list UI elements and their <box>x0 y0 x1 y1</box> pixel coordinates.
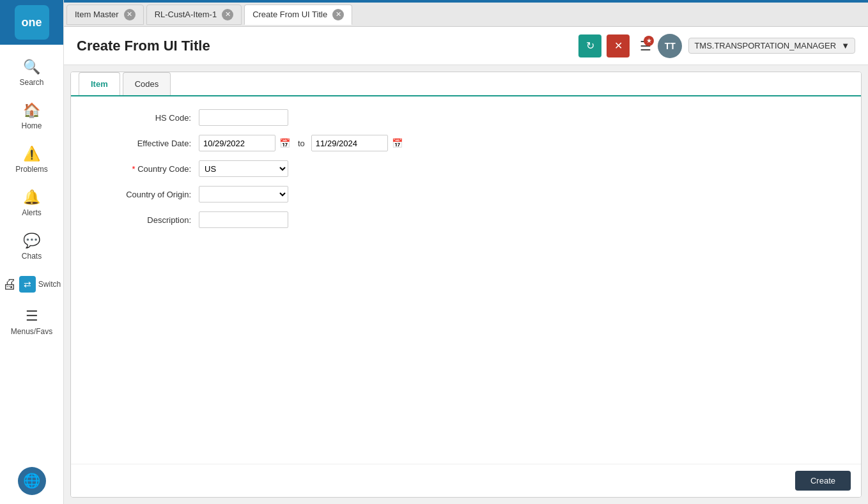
date-group: 📅 to 📅 <box>199 135 404 151</box>
description-label: Description: <box>97 215 199 225</box>
country-of-origin-select[interactable]: US CA MX GB DE FR CN JP <box>199 186 288 202</box>
home-icon: 🏠 <box>23 102 40 119</box>
hs-code-input[interactable] <box>199 109 288 126</box>
calendar-from-button[interactable]: 📅 <box>278 138 291 148</box>
date-to-label: to <box>298 139 305 148</box>
calendar-to-button[interactable]: 📅 <box>391 138 404 148</box>
menus-icon: ☰ <box>26 308 38 325</box>
tab-create-from-ui-close[interactable]: ✕ <box>332 9 344 20</box>
tab-rl-custa-label: RL-CustA-Item-1 <box>155 10 217 19</box>
user-role-label: TMS.TRANSPORTATION_MANAGER <box>694 41 836 50</box>
chats-icon: 💬 <box>23 233 40 249</box>
sidebar-item-problems[interactable]: ⚠️ Problems <box>0 138 63 181</box>
close-icon: ✕ <box>614 40 623 52</box>
sidebar-label-home: Home <box>21 121 42 130</box>
tab-item-master[interactable]: Item Master ✕ <box>66 4 144 25</box>
switch-arrow-button[interactable]: ⇄ <box>19 276 36 293</box>
sidebar-label-switch: Switch <box>38 280 61 289</box>
sidebar-item-menus[interactable]: ☰ Menus/Favs <box>0 300 63 344</box>
sidebar-label-menus: Menus/Favs <box>11 327 52 336</box>
sidebar-label-search: Search <box>19 78 43 87</box>
page-title: Create From UI Title <box>77 38 578 54</box>
refresh-icon: ↻ <box>586 40 594 52</box>
globe-icon[interactable]: 🌐 <box>18 467 46 495</box>
tab-create-from-ui[interactable]: Create From UI Title ✕ <box>244 4 352 25</box>
sidebar-item-search[interactable]: 🔍 Search <box>0 51 63 95</box>
tab-rl-custa[interactable]: RL-CustA-Item-1 ✕ <box>146 4 242 25</box>
tab-item-label: Item <box>91 79 108 89</box>
inner-tabs: Item Codes <box>71 72 861 96</box>
description-row: Description: <box>97 211 835 228</box>
tab-create-from-ui-label: Create From UI Title <box>252 10 327 19</box>
logo-box: one <box>15 5 49 40</box>
sidebar-label-problems: Problems <box>15 165 48 174</box>
sidebar-item-home[interactable]: 🏠 Home <box>0 95 63 138</box>
problems-icon: ⚠️ <box>23 146 40 162</box>
header-actions: ↻ ✕ <box>578 34 630 57</box>
tab-item[interactable]: Item <box>79 72 120 95</box>
country-code-label: Country Code: <box>97 164 199 174</box>
tab-rl-custa-close[interactable]: ✕ <box>222 9 233 20</box>
user-role-selector[interactable]: TMS.TRANSPORTATION_MANAGER ▼ <box>688 38 855 54</box>
app-logo[interactable]: one <box>0 0 63 45</box>
notifications-button[interactable]: ☰ ★ <box>640 38 651 54</box>
hs-code-label: HS Code: <box>97 113 199 123</box>
sidebar-label-alerts: Alerts <box>22 208 42 217</box>
country-of-origin-row: Country of Origin: US CA MX GB DE FR CN … <box>97 186 835 202</box>
form-area: HS Code: Effective Date: 📅 to 📅 Country … <box>71 96 861 464</box>
hs-code-row: HS Code: <box>97 109 835 126</box>
create-button[interactable]: Create <box>795 471 851 491</box>
switch-icon: 🖨 <box>3 276 17 293</box>
content-area: Item Codes HS Code: Effective Date: 📅 to… <box>70 72 862 498</box>
header-bar: Create From UI Title ↻ ✕ ☰ ★ TT TMS.TRAN… <box>64 27 868 65</box>
search-icon: 🔍 <box>23 59 40 75</box>
content-footer: Create <box>71 464 861 497</box>
close-button[interactable]: ✕ <box>607 34 630 57</box>
refresh-button[interactable]: ↻ <box>578 34 601 57</box>
country-of-origin-label: Country of Origin: <box>97 190 199 199</box>
sidebar-item-alerts[interactable]: 🔔 Alerts <box>0 181 63 225</box>
logo-text: one <box>21 16 42 29</box>
avatar: TT <box>658 34 682 58</box>
effective-date-to-input[interactable] <box>311 135 388 151</box>
country-code-row: Country Code: US CA MX GB DE FR CN JP <box>97 160 835 177</box>
tab-codes-label: Codes <box>135 79 159 89</box>
notification-badge: ★ <box>644 36 654 46</box>
tab-item-master-label: Item Master <box>75 10 119 19</box>
tab-codes[interactable]: Codes <box>123 72 171 95</box>
sidebar-item-switch[interactable]: 🖨 ⇄ Switch <box>0 268 63 300</box>
header-right: ☰ ★ TT TMS.TRANSPORTATION_MANAGER ▼ <box>640 34 855 58</box>
sidebar: one 🔍 Search 🏠 Home ⚠️ Problems 🔔 Alerts… <box>0 0 64 504</box>
tab-item-master-close[interactable]: ✕ <box>124 9 136 20</box>
sidebar-label-chats: Chats <box>22 252 42 261</box>
main-area: Item Master ✕ RL-CustA-Item-1 ✕ Create F… <box>64 0 868 504</box>
sidebar-item-chats[interactable]: 💬 Chats <box>0 225 63 268</box>
chevron-down-icon: ▼ <box>841 41 849 50</box>
description-input[interactable] <box>199 211 288 228</box>
effective-date-label: Effective Date: <box>97 139 199 148</box>
effective-date-row: Effective Date: 📅 to 📅 <box>97 135 835 151</box>
alerts-icon: 🔔 <box>23 189 40 206</box>
effective-date-from-input[interactable] <box>199 135 275 151</box>
tabs-bar: Item Master ✕ RL-CustA-Item-1 ✕ Create F… <box>64 3 868 27</box>
country-code-select[interactable]: US CA MX GB DE FR CN JP <box>199 160 288 177</box>
